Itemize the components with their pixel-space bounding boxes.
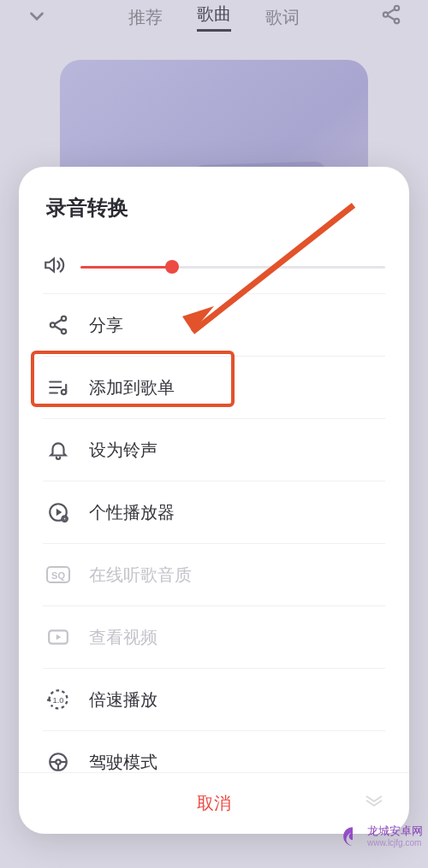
svg-point-6 <box>62 316 66 321</box>
watermark-logo-icon <box>342 825 364 847</box>
share-icon <box>46 313 70 337</box>
volume-icon <box>43 254 65 280</box>
menu-personal-player[interactable]: 个性播放器 <box>43 481 385 544</box>
menu-label: 查看视频 <box>89 626 158 649</box>
bell-icon <box>46 438 70 462</box>
svg-line-9 <box>55 320 62 324</box>
menu-playback-speed[interactable]: 1.0 倍速播放 <box>43 669 385 731</box>
chevron-down-icon <box>26 5 48 31</box>
sheet-body: 分享 添加到歌单 设为铃声 个性播放器 SQ 在线听歌音质 <box>19 240 409 772</box>
tab-lyrics: 歌词 <box>265 6 300 29</box>
steering-wheel-icon <box>46 750 70 772</box>
speed-icon: 1.0 <box>46 688 70 712</box>
video-icon <box>46 625 70 649</box>
volume-row[interactable] <box>43 240 385 294</box>
svg-text:SQ: SQ <box>51 570 65 581</box>
scroll-hint-icon <box>365 794 383 810</box>
svg-line-10 <box>55 326 62 330</box>
menu-label: 驾驶模式 <box>89 751 158 773</box>
watermark-domain: www.lcjfg.com <box>367 838 423 847</box>
menu-share[interactable]: 分享 <box>43 294 385 357</box>
watermark: 龙城安卓网 www.lcjfg.com <box>342 825 423 847</box>
player-tabs: 推荐 歌曲 歌词 <box>0 0 428 34</box>
menu-online-quality: SQ 在线听歌音质 <box>43 544 385 606</box>
svg-point-2 <box>395 19 399 23</box>
menu-watch-video: 查看视频 <box>43 606 385 669</box>
sq-quality-icon: SQ <box>46 563 70 587</box>
play-circle-icon <box>46 500 70 524</box>
tab-song: 歌曲 <box>197 3 231 32</box>
menu-label: 个性播放器 <box>89 501 175 524</box>
svg-marker-5 <box>45 258 54 271</box>
menu-label: 倍速播放 <box>89 688 158 712</box>
svg-line-4 <box>388 15 395 20</box>
svg-text:1.0: 1.0 <box>53 696 64 705</box>
menu-add-to-playlist[interactable]: 添加到歌单 <box>43 357 385 419</box>
options-sheet: 录音转换 分享 添加到歌单 <box>19 167 409 834</box>
svg-point-25 <box>56 759 60 764</box>
playlist-add-icon <box>46 375 70 399</box>
watermark-name: 龙城安卓网 <box>367 825 423 837</box>
svg-point-0 <box>395 6 399 10</box>
menu-label: 在线听歌音质 <box>89 564 192 587</box>
menu-set-ringtone[interactable]: 设为铃声 <box>43 419 385 481</box>
svg-point-7 <box>51 322 55 327</box>
svg-line-3 <box>388 9 395 14</box>
svg-marker-22 <box>56 635 61 641</box>
slider-thumb-icon[interactable] <box>165 260 179 274</box>
tab-recommend: 推荐 <box>128 6 163 29</box>
volume-slider[interactable] <box>80 257 385 277</box>
svg-point-1 <box>383 12 388 16</box>
menu-driving-mode[interactable]: 驾驶模式 <box>43 731 385 772</box>
share-icon <box>380 3 402 29</box>
svg-marker-17 <box>56 509 62 517</box>
menu-label: 设为铃声 <box>89 439 158 462</box>
menu-label: 添加到歌单 <box>89 376 175 399</box>
sheet-title: 录音转换 <box>19 167 409 240</box>
menu-label: 分享 <box>89 314 123 337</box>
svg-point-8 <box>62 329 66 334</box>
